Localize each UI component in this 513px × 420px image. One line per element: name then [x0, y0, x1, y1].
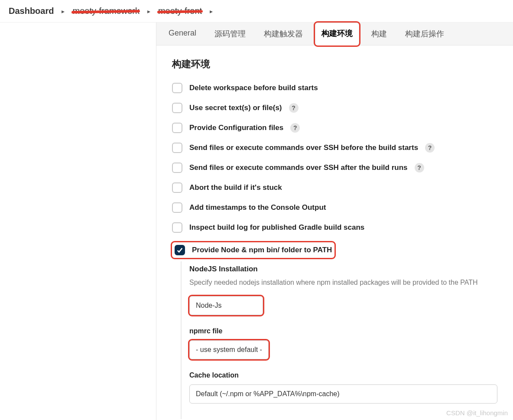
label-gradle-scans: Inspect build log for published Gradle b…: [189, 223, 364, 232]
check-icon: [177, 247, 183, 253]
checkbox-delete-ws[interactable]: [172, 83, 182, 93]
label-node-path: Provide Node & npm bin/ folder to PATH: [192, 246, 332, 254]
node-install-title: NodeJS Installation: [189, 265, 497, 273]
checkbox-ssh-before[interactable]: [172, 143, 182, 153]
label-delete-ws: Delete workspace before build starts: [189, 84, 318, 92]
label-abort-stuck: Abort the build if it's stuck: [189, 183, 282, 192]
tabs: General 源码管理 构建触发器 构建环境 构建 构建后操作: [156, 23, 513, 46]
checkbox-abort-stuck[interactable]: [172, 182, 182, 193]
tab-build[interactable]: 构建: [365, 23, 393, 45]
node-path-row: Provide Node & npm bin/ folder to PATH: [172, 242, 334, 258]
label-config-files: Provide Configuration files: [189, 124, 283, 132]
watermark: CSDN @it_lihongmin: [446, 409, 508, 417]
checkbox-config-files[interactable]: [172, 123, 182, 133]
tab-post-build[interactable]: 构建后操作: [399, 23, 450, 45]
label-ssh-before: Send files or execute commands over SSH …: [189, 143, 418, 152]
section-title: 构建环境: [172, 58, 497, 71]
checkbox-node-path[interactable]: [175, 245, 185, 255]
checkbox-secret[interactable]: [172, 103, 182, 113]
node-sub-section: NodeJS Installation Specify needed nodej…: [181, 261, 497, 419]
help-icon[interactable]: ?: [415, 163, 424, 173]
node-install-desc: Specify needed nodejs installation where…: [189, 278, 497, 287]
node-install-select[interactable]: Node-Js: [189, 296, 263, 315]
help-icon[interactable]: ?: [425, 143, 435, 153]
tab-trigger[interactable]: 构建触发器: [258, 23, 309, 45]
npmrc-select[interactable]: - use system default -: [189, 340, 269, 359]
label-secret: Use secret text(s) or file(s): [189, 104, 282, 112]
label-ssh-after: Send files or execute commands over SSH …: [189, 163, 408, 172]
checkbox-timestamps[interactable]: [172, 202, 182, 213]
cache-select[interactable]: Default (~/.npm or %APP_DATA%\npm-cache): [189, 384, 497, 404]
chevron-right-icon: ▸: [147, 8, 150, 15]
cache-label: Cache location: [189, 371, 497, 379]
chevron-right-icon: ▸: [210, 8, 213, 15]
label-timestamps: Add timestamps to the Console Output: [189, 203, 326, 212]
chevron-right-icon: ▸: [62, 8, 65, 15]
tab-build-env[interactable]: 构建环境: [315, 23, 359, 46]
checkbox-gradle-scans[interactable]: [172, 222, 182, 233]
npmrc-label: npmrc file: [189, 327, 497, 335]
crumb-dashboard[interactable]: Dashboard: [9, 6, 54, 16]
help-icon[interactable]: ?: [290, 123, 300, 133]
checkbox-ssh-after[interactable]: [172, 163, 182, 173]
help-icon[interactable]: ?: [289, 103, 299, 113]
crumb-project[interactable]: meety-front: [158, 6, 202, 16]
breadcrumb: Dashboard ▸ meety-framework ▸ meety-fron…: [0, 0, 513, 23]
tab-general[interactable]: General: [162, 23, 202, 45]
tab-source[interactable]: 源码管理: [208, 23, 252, 45]
crumb-framework[interactable]: meety-framework: [72, 6, 139, 16]
sidebar-spacer: [0, 23, 156, 420]
